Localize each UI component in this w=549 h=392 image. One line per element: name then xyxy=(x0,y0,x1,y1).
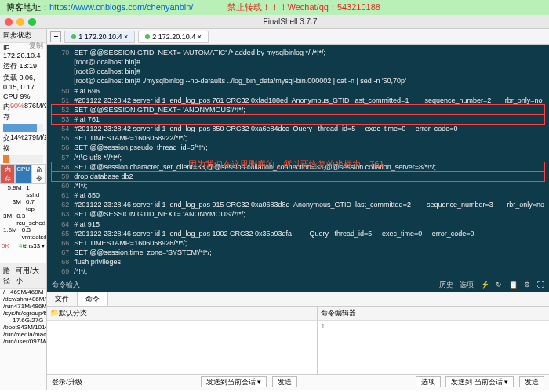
session-tab-1[interactable]: 1 172.20.10.4 × xyxy=(64,31,135,43)
mounts-list: /469M/469M /dev/shm486M/486M /run471M/48… xyxy=(0,289,46,345)
close-tab-icon[interactable]: × xyxy=(198,33,202,41)
terminal-line: 54#201122 23:28:42 server id 1 end_log_p… xyxy=(52,124,544,133)
terminal-line: 64# at 915 xyxy=(52,220,544,229)
interface-select[interactable]: ens33 ▾ xyxy=(23,242,45,249)
minimize-window-icon[interactable] xyxy=(16,18,24,26)
network-sparkline: 5K 4K ens33 ▾ xyxy=(0,241,46,264)
close-window-icon[interactable] xyxy=(5,18,13,26)
terminal-line: 52SET @@SESSION.GTID_NEXT= 'ANONYMOUS'/*… xyxy=(52,105,544,114)
copy-icon[interactable]: 📋 xyxy=(509,281,518,289)
mem-row: 内存90%876M/972M xyxy=(0,101,46,123)
app-title: FinalShell 3.7.7 xyxy=(36,17,544,26)
refresh-icon[interactable]: ↻ xyxy=(496,281,502,289)
process-list: 5.9M1 sshd 3M0.7 top 3M0.3 rcu_sched 1.6… xyxy=(0,184,46,241)
terminal-line: 70# at 1002 xyxy=(52,276,544,278)
terminal-line: 60/*!*/; xyxy=(52,181,544,191)
footer: 登录/升级 发送到当前会话 ▾ 发送 选项 发送到 当前会话 ▾ 发送 xyxy=(47,374,549,390)
terminal-line: 61# at 850 xyxy=(52,191,544,200)
options-button[interactable]: 选项 xyxy=(460,281,474,289)
terminal-line: 50# at 696 xyxy=(52,86,544,96)
default-category[interactable]: 默认分类 xyxy=(59,309,87,317)
terminal-line: [root@localhost bin]# ./mysqlbinlog --no… xyxy=(52,76,544,85)
terminal-line: 67SET @@session.time_zone='SYSTEM'/*!*/; xyxy=(52,248,544,257)
terminal-line: [root@localhost bin]# xyxy=(52,57,544,67)
tab-cmd[interactable]: 命令 xyxy=(31,164,46,184)
terminal-line: 55SET TIMESTAMP=1606058922/*!*/; xyxy=(52,133,544,143)
terminal-line: 53# at 761 xyxy=(52,114,544,124)
bottom-panel: 文件 命令 📁默认分类 命令编辑器 1 xyxy=(47,292,549,374)
load-row: 负载 0.06, 0.15, 0.17 xyxy=(0,72,46,92)
terminal-line: [root@localhost bin]# xyxy=(52,67,544,76)
options-button-2[interactable]: 选项 xyxy=(416,376,441,387)
terminal-line: 65#201122 23:28:46 server id 1 end_log_p… xyxy=(52,229,544,238)
blog-link[interactable]: https://www.cnblogs.com/chenyanbin/ xyxy=(49,2,193,12)
window-titlebar: FinalShell 3.7.7 xyxy=(0,15,549,29)
terminal-line: 66SET TIMESTAMP=1606058926/*!*/; xyxy=(52,238,544,248)
terminal[interactable]: 70SET @@SESSION.GTID_NEXT= 'AUTOMATIC' /… xyxy=(47,45,549,278)
mem-bar xyxy=(3,124,43,132)
gear-icon[interactable]: ⚙ xyxy=(524,281,530,289)
tab-mem[interactable]: 内存 xyxy=(0,164,15,184)
bottom-tab-file[interactable]: 文件 xyxy=(47,292,78,306)
send-button[interactable]: 发送 xyxy=(272,376,297,387)
blog-banner: 博客地址：https://www.cnblogs.com/chenyanbin/… xyxy=(0,0,549,15)
send-target-select[interactable]: 发送到当前会话 ▾ xyxy=(201,376,267,387)
terminal-line: 51#201122 23:28:42 server id 1 end_log_p… xyxy=(52,96,544,105)
folder-icon: 📁 xyxy=(50,309,59,317)
editor-line-num: 1 xyxy=(318,321,549,332)
swap-bar xyxy=(3,155,43,163)
maximize-window-icon[interactable] xyxy=(28,18,36,26)
ip-row: IP 172.20.10.4 xyxy=(0,43,29,60)
bottom-tab-cmd[interactable]: 命令 xyxy=(78,292,108,306)
sync-status-label: 同步状态 xyxy=(3,31,31,39)
session-tab-2[interactable]: 2 172.20.10.4 × xyxy=(138,31,209,43)
annotation-text: 因为我们在这里删库的，所以要恢复的坐标为：761 xyxy=(188,158,384,170)
terminal-line: 69/*!*/; xyxy=(52,267,544,276)
login-link[interactable]: 登录/升级 xyxy=(52,377,82,387)
terminal-line: 70SET @@SESSION.GTID_NEXT= 'AUTOMATIC' /… xyxy=(52,48,544,57)
terminal-line: 63SET @@SESSION.GTID_NEXT= 'ANONYMOUS'/*… xyxy=(52,209,544,219)
swap-row: 交换14%279M/2G xyxy=(0,132,46,154)
new-tab-button[interactable]: + xyxy=(50,31,61,42)
expand-icon[interactable]: ⛶ xyxy=(537,281,544,289)
terminal-line: 56SET @@session.pseudo_thread_id=5/*!*/; xyxy=(52,143,544,152)
terminal-line: 59drop database db2 xyxy=(52,172,544,181)
session-tabbar: + 1 172.20.10.4 × 2 172.20.10.4 × xyxy=(47,29,549,45)
sidebar: 同步状态 复制 IP 172.20.10.4 运行 13:19 负载 0.06,… xyxy=(0,29,47,390)
terminal-line: 62#201122 23:28:46 server id 1 end_log_p… xyxy=(52,200,544,209)
tab-cpu[interactable]: CPU xyxy=(15,164,31,184)
terminal-footer: 命令输入 历史 选项 ⚡ ↻ 📋 ⚙ ⛶ xyxy=(47,278,549,292)
close-tab-icon[interactable]: × xyxy=(124,33,128,41)
terminal-line: 68flush privileges xyxy=(52,257,544,267)
bolt-icon[interactable]: ⚡ xyxy=(481,281,489,289)
cpu-row: CPU 9% xyxy=(0,92,46,101)
history-button[interactable]: 历史 xyxy=(439,281,453,289)
cmd-editor-header: 命令编辑器 xyxy=(318,307,549,321)
send-button-2[interactable]: 发送 xyxy=(519,376,544,387)
send-target-select-2[interactable]: 发送到 当前会话 ▾ xyxy=(445,376,514,387)
uptime-row: 运行 13:19 xyxy=(0,60,46,72)
